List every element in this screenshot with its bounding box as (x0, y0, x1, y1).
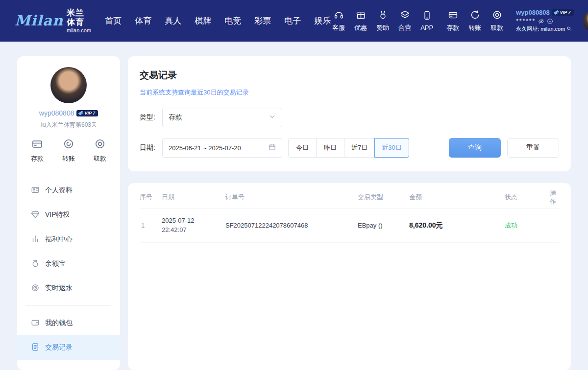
menu-label: VIP特权 (45, 210, 70, 219)
qa-app[interactable]: APP (419, 10, 435, 31)
sidebar-item-transactions[interactable]: 交易记录 (17, 335, 120, 360)
logo-domain-text: milan.com (67, 27, 91, 34)
headset-icon (334, 10, 344, 22)
username-text: wyp080808 (516, 9, 550, 16)
row-type: EBpay () (358, 222, 409, 229)
logo-cn-text: 米兰体育 (67, 8, 91, 27)
col-status: 状态 (505, 193, 544, 202)
table-row: 1 2025-07-12 22:42:07 SF2025071222420786… (140, 208, 559, 243)
range-7d-button[interactable]: 近7日 (344, 138, 375, 158)
navbar-right: 客服 优惠 赞助 合营 APP 存款 (331, 9, 588, 33)
date-range-input[interactable]: 2025-06-21 ~ 2025-07-20 (162, 138, 282, 158)
qa-label: 客服 (332, 23, 345, 32)
sidebar-divider (26, 173, 111, 173)
phone-icon (422, 10, 432, 22)
col-operation: 操作 (544, 188, 559, 206)
row-index: 1 (140, 222, 162, 229)
qa-label: APP (420, 24, 433, 31)
row-status-badge: 成功 (505, 221, 544, 230)
card-icon (448, 10, 458, 22)
content-area: 交易记录 当前系统支持查询最近30日的交易记录 类型: 存款 日期: 2025-… (128, 56, 571, 370)
sidebar-username: wyp080808 (39, 109, 74, 117)
nav-link-esports[interactable]: 电竞 (224, 15, 241, 26)
nav-link-sports[interactable]: 体育 (135, 15, 151, 26)
user-info-block: wyp080808 VIP 7 ****** 永久网址: milan.com (516, 9, 574, 33)
vip-badge: VIP 7 (76, 110, 98, 116)
sidebar-quick-withdraw[interactable]: 取款 (94, 138, 106, 163)
nav-link-home[interactable]: 首页 (105, 15, 122, 26)
coin-icon (94, 138, 106, 151)
join-days-text: 加入米兰体育第603天 (17, 121, 120, 129)
profile-sidebar: wyp080808 VIP 7 加入米兰体育第603天 存款 转账 取款 (17, 56, 120, 370)
qa-label: 优惠 (354, 23, 367, 32)
row-date: 2025-07-12 (162, 217, 195, 224)
chevron-circle-icon[interactable] (547, 18, 553, 24)
search-button[interactable]: 查询 (449, 138, 501, 158)
nav-link-lottery[interactable]: 彩票 (254, 15, 271, 26)
filter-actions: 查询 重置 (449, 138, 559, 158)
nav-link-chess[interactable]: 棋牌 (195, 15, 211, 26)
site-logo[interactable]: Milan 米兰体育 milan.com (15, 8, 91, 34)
document-icon (31, 343, 40, 353)
sidebar-item-rebate[interactable]: 实时返水 (17, 276, 120, 301)
qa-sponsor[interactable]: 赞助 (375, 10, 391, 32)
logo-script-text: Milan (15, 12, 63, 29)
type-select[interactable]: 存款 (162, 108, 282, 127)
col-type: 交易类型 (358, 193, 409, 202)
sidebar-item-profile[interactable]: 个人资料 (17, 178, 120, 203)
gift-icon (356, 10, 366, 22)
range-today-button[interactable]: 今日 (288, 138, 317, 158)
page-subtitle: 当前系统支持查询最近30日的交易记录 (140, 88, 559, 97)
sidebar-menu: 个人资料 VIP特权 福利中心 余额宝 实时返水 (17, 175, 120, 303)
sidebar-item-welfare[interactable]: 福利中心 (17, 227, 120, 252)
wallet-icon (31, 318, 40, 328)
qa-promotions[interactable]: 优惠 (353, 10, 368, 32)
eye-off-icon[interactable] (538, 18, 544, 24)
site-url-text: 永久网址: milan.com (516, 25, 565, 33)
qa-transfer[interactable]: 转账 (467, 10, 483, 32)
transfer-icon (470, 10, 480, 22)
magnifier-icon[interactable] (566, 26, 572, 32)
menu-label: 个人资料 (45, 186, 73, 195)
date-range-value: 2025-06-21 ~ 2025-07-20 (169, 144, 241, 152)
qa-partnership[interactable]: 合营 (397, 10, 413, 32)
col-index: 序号 (140, 193, 162, 202)
vip-wing-icon (554, 10, 559, 15)
page-title: 交易记录 (140, 69, 559, 82)
row-time: 22:42:07 (162, 226, 187, 233)
sidebar-item-wallet[interactable]: 我的钱包 (17, 311, 120, 335)
nav-link-slots[interactable]: 电子 (284, 15, 301, 26)
sidebar-menu-wallet: 我的钱包 交易记录 (17, 308, 120, 363)
sidebar-quick-transfer[interactable]: 转账 (62, 138, 75, 163)
reset-button[interactable]: 重置 (507, 138, 559, 158)
sidebar-avatar[interactable] (50, 67, 87, 103)
qa-withdraw[interactable]: 取款 (489, 10, 505, 32)
sidebar-item-vip[interactable]: VIP特权 (17, 203, 120, 227)
type-select-value: 存款 (169, 113, 182, 122)
main-area: wyp080808 VIP 7 加入米兰体育第603天 存款 转账 取款 (0, 42, 588, 370)
nav-link-live[interactable]: 真人 (165, 15, 181, 26)
row-order-no: SF202507122242078607468 (225, 222, 358, 229)
masked-balance: ****** (516, 19, 536, 23)
date-range-presets: 今日 昨日 近7日 近30日 (288, 138, 409, 158)
range-30d-button[interactable]: 近30日 (374, 138, 409, 158)
sidebar-divider (26, 305, 111, 306)
sidebar-item-yuebao[interactable]: 余额宝 (17, 252, 120, 276)
menu-label: 交易记录 (45, 343, 73, 352)
sidebar-quick-deposit[interactable]: 存款 (31, 138, 44, 163)
coin-icon (492, 10, 502, 22)
qa-deposit[interactable]: 存款 (445, 10, 461, 32)
menu-label: 福利中心 (45, 235, 73, 244)
qa-label: 赞助 (376, 23, 389, 32)
row-amount: 8,620.00元 (409, 221, 505, 230)
qa-customer-service[interactable]: 客服 (331, 10, 346, 32)
vip-badge: VIP 7 (552, 9, 574, 16)
quick-link-label: 存款 (31, 154, 44, 163)
gem-icon (31, 210, 40, 220)
range-yesterday-button[interactable]: 昨日 (316, 138, 344, 158)
nav-link-entertainment[interactable]: 娱乐 (314, 15, 331, 26)
qa-label: 转账 (468, 23, 481, 32)
user-avatar[interactable] (583, 10, 588, 32)
qa-label: 合营 (398, 23, 411, 32)
menu-label: 余额宝 (45, 259, 66, 268)
